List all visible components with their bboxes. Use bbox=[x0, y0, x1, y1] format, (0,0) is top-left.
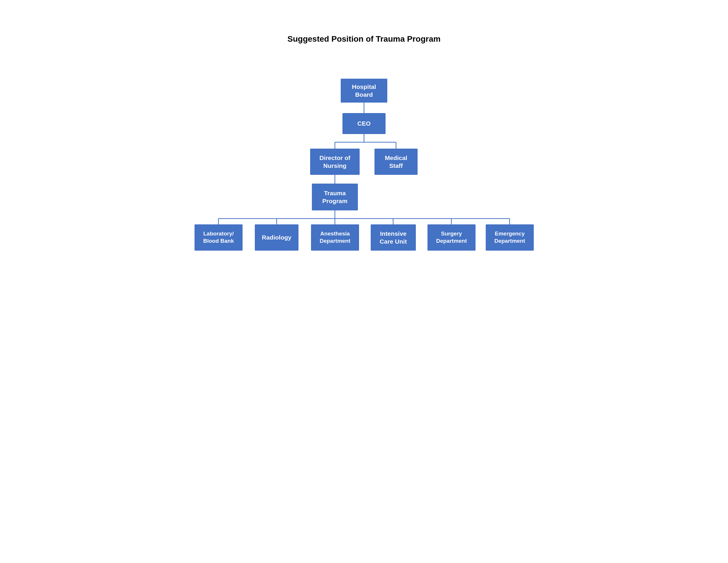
page-title: Suggested Position of Trauma Program bbox=[287, 34, 441, 44]
radiology-node: Radiology bbox=[255, 224, 298, 250]
hospital-board-node: Hospital Board bbox=[341, 79, 387, 103]
director-of-nursing-node: Director of Nursing bbox=[310, 149, 360, 175]
trauma-program-node: Trauma Program bbox=[312, 183, 358, 210]
org-chart-precise: Hospital Board CEO Director of Nursing M… bbox=[189, 79, 539, 306]
medical-staff-node: Medical Staff bbox=[374, 149, 418, 175]
surgery-department-node: Surgery Department bbox=[427, 224, 476, 250]
intensive-care-unit-node: Intensive Care Unit bbox=[371, 224, 416, 250]
svg-connectors bbox=[189, 79, 539, 306]
emergency-department-node: Emergency Department bbox=[486, 224, 534, 250]
ceo-node: CEO bbox=[342, 113, 386, 134]
anesthesia-department-node: Anesthesia Department bbox=[311, 224, 359, 250]
lab-blood-bank-node: Laboratory/ Blood Bank bbox=[195, 224, 243, 250]
